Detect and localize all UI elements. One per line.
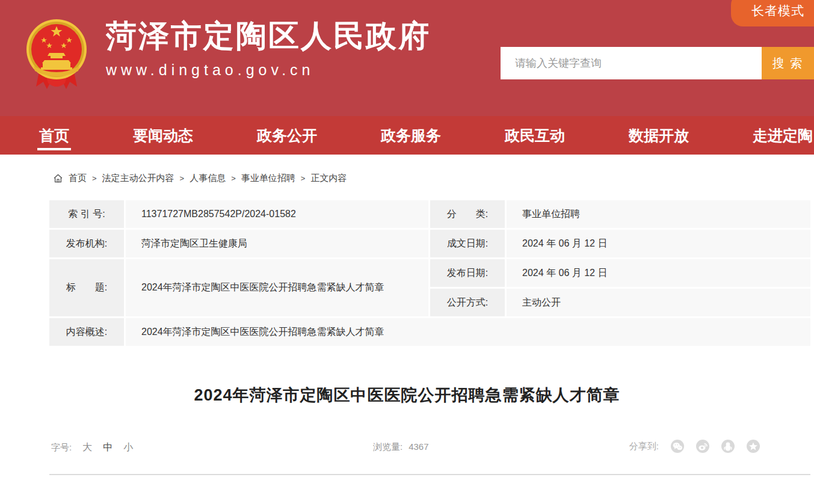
qq-share-icon[interactable] (721, 440, 735, 453)
breadcrumb-recruitment[interactable]: 事业单位招聘 (241, 173, 295, 184)
nav-item-gov-service[interactable]: 政务服务 (381, 116, 441, 155)
breadcrumb-separator: > (301, 174, 306, 183)
nav-item-home[interactable]: 首页 (39, 116, 69, 155)
font-size-medium-button[interactable]: 中 (103, 441, 113, 454)
article-title: 2024年菏泽市定陶区中医医院公开招聘急需紧缺人才简章 (0, 384, 814, 406)
breadcrumb-separator: > (180, 174, 185, 183)
breadcrumb-article: 正文内容 (310, 173, 347, 184)
document-meta-table: 索 引 号: 11371727MB2857542P/2024-01582 分 类… (49, 200, 810, 346)
publish-date-label: 发布日期: (430, 259, 505, 287)
font-size-group: 字号: 大 中 小 (51, 441, 133, 454)
summary-value: 2024年菏泽市定陶区中医医院公开招聘急需紧缺人才简章 (126, 318, 810, 346)
site-header: 菏泽市定陶区人民政府 www.dingtao.gov.cn 搜 索 长者模式 (0, 0, 814, 116)
breadcrumb-separator: > (92, 174, 97, 183)
elder-mode-button[interactable]: 长者模式 (731, 0, 814, 26)
content-divider (49, 474, 810, 475)
index-number-value: 11371727MB2857542P/2024-01582 (126, 200, 428, 228)
breadcrumb-legal-disclosure[interactable]: 法定主动公开内容 (102, 173, 174, 184)
site-identity: 菏泽市定陶区人民政府 www.dingtao.gov.cn (106, 19, 431, 79)
title-value: 2024年菏泽市定陶区中医医院公开招聘急需紧缺人才简章 (126, 259, 428, 316)
views-label: 浏览量: (373, 441, 402, 453)
summary-label: 内容概述: (49, 318, 124, 346)
written-date-value: 2024 年 06 月 12 日 (507, 230, 810, 257)
site-title: 菏泽市定陶区人民政府 (106, 19, 431, 53)
main-nav: 首页 要闻动态 政务公开 政务服务 政民互动 数据开放 走进定陶 (0, 116, 814, 155)
nav-item-about-dingtao[interactable]: 走进定陶 (753, 116, 813, 155)
home-icon[interactable] (53, 173, 63, 183)
breadcrumb-personnel-info[interactable]: 人事信息 (190, 173, 226, 184)
site-url: www.dingtao.gov.cn (106, 61, 431, 79)
title-label: 标 题: (49, 259, 124, 316)
category-value: 事业单位招聘 (507, 200, 810, 228)
qzone-share-icon[interactable] (747, 440, 760, 453)
views-count: 4367 (409, 441, 428, 453)
publisher-value: 菏泽市定陶区卫生健康局 (126, 230, 428, 257)
breadcrumb-home[interactable]: 首页 (69, 173, 87, 184)
font-size-label: 字号: (51, 442, 72, 453)
views-group: 浏览量: 4367 (373, 441, 429, 453)
article-toolbar: 字号: 大 中 小 浏览量: 4367 分享到: (49, 440, 765, 455)
share-group: 分享到: (629, 440, 760, 453)
search-button[interactable]: 搜 索 (762, 47, 814, 79)
share-label: 分享到: (629, 441, 659, 452)
national-emblem-logo (23, 16, 90, 91)
category-label: 分 类: (430, 200, 505, 228)
font-size-large-button[interactable]: 大 (82, 441, 92, 454)
nav-item-news[interactable]: 要闻动态 (133, 116, 193, 155)
index-number-label: 索 引 号: (49, 200, 124, 228)
publish-date-value: 2024 年 06 月 12 日 (507, 259, 810, 287)
search-box: 搜 索 (501, 47, 814, 79)
disclosure-method-label: 公开方式: (430, 289, 505, 316)
written-date-label: 成文日期: (430, 230, 505, 257)
publisher-label: 发布机构: (49, 230, 124, 257)
nav-item-interaction[interactable]: 政民互动 (505, 116, 565, 155)
nav-item-open-data[interactable]: 数据开放 (629, 116, 689, 155)
font-size-small-button[interactable]: 小 (123, 441, 133, 454)
breadcrumb-separator: > (231, 174, 236, 183)
disclosure-method-value: 主动公开 (507, 289, 810, 316)
nav-item-gov-open[interactable]: 政务公开 (257, 116, 317, 155)
search-input[interactable] (501, 47, 762, 79)
breadcrumb: 首页 > 法定主动公开内容 > 人事信息 > 事业单位招聘 > 正文内容 (53, 173, 814, 184)
weibo-share-icon[interactable] (696, 440, 709, 453)
wechat-share-icon[interactable] (671, 440, 684, 453)
